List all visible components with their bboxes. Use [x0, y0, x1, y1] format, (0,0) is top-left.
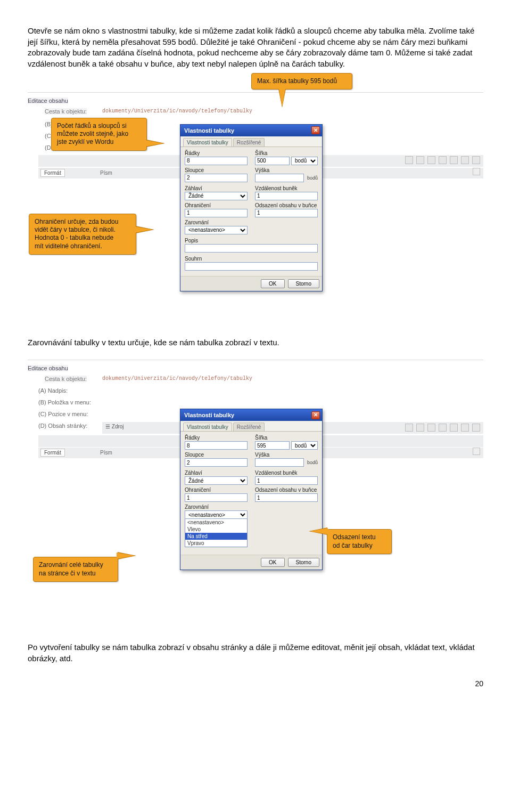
- select-zarovnani[interactable]: <nenastaveno>: [185, 226, 248, 234]
- input-sirka[interactable]: [255, 157, 290, 165]
- storno-button[interactable]: Storno: [288, 279, 319, 288]
- dialog-vlastnosti-tabulky-1: Vlastnosti tabulky ✕ Vlastnosti tabulky …: [180, 124, 323, 291]
- editor-path: dokumenty/Univerzita/ic/navody/telefony/…: [102, 108, 252, 114]
- toolbar-icon: [473, 168, 480, 175]
- tab-rozsirene-2[interactable]: Rozšířené: [233, 423, 265, 431]
- callout-align-text: Zarovnání celé tabulky na stránce či v t…: [39, 561, 103, 576]
- lbl-sloupce: Sloupce: [185, 167, 248, 173]
- callout-rowcol: Počet řádků a sloupců si můžete zvolit s…: [51, 118, 147, 151]
- close-icon[interactable]: ✕: [311, 126, 320, 134]
- input-odsazeni[interactable]: [255, 209, 318, 217]
- format-chip-2: Formát: [40, 449, 65, 457]
- editor-pathlabel-2: Cesta k objektu:: [45, 376, 87, 382]
- callout-maxwidth-text: Max. šířka tabulky 595 bodů: [257, 77, 337, 85]
- lbl-popis: Popis: [185, 238, 318, 243]
- lbl-radky: Řádky: [185, 150, 248, 156]
- toolbar-icon: [472, 424, 480, 432]
- toolbar-icon: [405, 156, 413, 164]
- toolbar-icon: [450, 156, 458, 164]
- toolbar-icon: [461, 156, 469, 164]
- intro-paragraph: Otevře se nám okno s vlastnostmi tabulky…: [28, 26, 483, 70]
- input-vyska[interactable]: [255, 174, 304, 182]
- input-souhrn[interactable]: [185, 262, 318, 271]
- toolbar-icon: [473, 448, 480, 455]
- lbl-ohraniceni: Ohraničení: [185, 202, 248, 208]
- callout-maxwidth: Max. šířka tabulky 595 bodů: [251, 73, 352, 90]
- zarov-opt-nenastaveno[interactable]: <nenastaveno>: [185, 519, 247, 526]
- input-sloupce-2[interactable]: [185, 458, 248, 467]
- zarovnani-listbox[interactable]: <nenastaveno> Vlevo Na střed Vpravo: [185, 518, 248, 547]
- zarov-opt-vlevo[interactable]: Vlevo: [185, 526, 247, 533]
- dialog-titlebar-2: Vlastnosti tabulky ✕: [180, 409, 322, 421]
- dialog-titlebar: Vlastnosti tabulky ✕: [180, 125, 322, 136]
- lbl-odsazeni: Odsazení obsahu v buňce: [255, 202, 318, 208]
- lbl-sirka: Šířka: [255, 150, 318, 156]
- input-sirka-2[interactable]: [255, 441, 290, 450]
- toolbar-icon: [427, 156, 435, 164]
- align-paragraph: Zarovnávání tabulky v textu určuje, kde …: [28, 337, 483, 348]
- storno-button-2[interactable]: Storno: [288, 558, 319, 567]
- tab-vlastnosti-2[interactable]: Vlastnosti tabulky: [183, 423, 232, 431]
- editor-title: Editace obsahu: [28, 98, 68, 104]
- callout-indent: Odsazení textu od čar tabulky: [327, 529, 392, 554]
- input-sloupce[interactable]: [185, 174, 248, 182]
- toolbar-icon: [472, 156, 480, 164]
- callout-align: Zarovnání celé tabulky na stránce či v t…: [33, 557, 118, 582]
- input-vzdalenost[interactable]: [255, 192, 318, 200]
- dialog-vlastnosti-tabulky-2: Vlastnosti tabulky ✕ Vlastnosti tabulky …: [180, 409, 323, 570]
- toolbar-icon: [450, 424, 458, 432]
- toolbar-icon: [405, 424, 413, 432]
- callout-border: Ohraničení určuje, zda budou vidět čáry …: [29, 214, 136, 255]
- tab-rozsirene[interactable]: Rozšířené: [233, 138, 265, 147]
- ok-button-2[interactable]: OK: [261, 558, 284, 567]
- toolbar-icon: [427, 424, 435, 432]
- select-zahlavi-2[interactable]: Žádné: [185, 476, 248, 485]
- dialog-title-text-2: Vlastnosti tabulky: [184, 412, 234, 418]
- page-number: 20: [28, 679, 483, 688]
- tab-vlastnosti[interactable]: Vlastnosti tabulky: [183, 138, 232, 147]
- select-zahlavi[interactable]: Žádné: [185, 192, 248, 200]
- input-vyska-2[interactable]: [255, 458, 304, 467]
- toolbar-icon: [416, 156, 424, 164]
- callout-border-text: Ohraničení určuje, zda budou vidět čáry …: [35, 218, 118, 250]
- select-zarovnani-2-closed[interactable]: <nenastaveno>: [185, 510, 248, 519]
- lbl-vzdalenost: Vzdálenost buněk: [255, 185, 318, 191]
- lbl-zarovnani: Zarovnání: [185, 220, 248, 225]
- lbl-vyska: Výška: [255, 167, 318, 173]
- lbl-zahlavi: Záhlaví: [185, 185, 248, 191]
- outro-paragraph: Po vytvoření tabulky se nám tabulka zobr…: [28, 642, 483, 664]
- dialog-title-text: Vlastnosti tabulky: [184, 127, 234, 134]
- input-ohraniceni[interactable]: [185, 209, 248, 217]
- editor-long-labels: (A) Nadpis: (B) Položka v menu: (C) Pozi…: [35, 387, 91, 434]
- callout-indent-text: Odsazení textu od čar tabulky: [333, 533, 376, 549]
- input-radky[interactable]: [185, 157, 248, 165]
- editor-path-2: dokumenty/Univerzita/ic/navody/telefony/…: [102, 376, 252, 381]
- editor-pism: Písm: [100, 170, 112, 176]
- input-popis[interactable]: [185, 244, 318, 253]
- zdroj-chip: ☰ Zdroj: [105, 424, 124, 429]
- input-vzdalenost-2[interactable]: [255, 476, 318, 485]
- figure-2: Editace obsahu Cesta k objektu: dokument…: [28, 355, 483, 632]
- toolbar-icon: [461, 424, 469, 432]
- input-odsazeni-2[interactable]: [255, 493, 318, 502]
- editor-title-2: Editace obsahu: [28, 365, 68, 371]
- ok-button[interactable]: OK: [261, 279, 284, 288]
- zarov-opt-nastred[interactable]: Na střed: [185, 533, 247, 540]
- editor-pism-2: Písm: [100, 450, 112, 456]
- close-icon[interactable]: ✕: [311, 411, 320, 419]
- callout-rowcol-text: Počet řádků a sloupců si můžete zvolit s…: [57, 122, 128, 146]
- select-sirka-units[interactable]: bodů: [291, 157, 318, 165]
- toolbar-icon: [439, 156, 447, 164]
- editor-pathlabel: Cesta k objektu:: [45, 108, 87, 115]
- unit-bodu: bodů: [307, 175, 318, 181]
- dialog-tabs: Vlastnosti tabulky Rozšířené: [180, 136, 322, 147]
- lbl-souhrn: Souhrn: [185, 256, 318, 262]
- select-sirka-units-2[interactable]: bodů: [291, 441, 318, 450]
- input-radky-2[interactable]: [185, 441, 248, 450]
- figure-1: Max. šířka tabulky 595 bodů Editace obsa…: [28, 77, 483, 328]
- toolbar-icon: [416, 424, 424, 432]
- toolbar-icon: [439, 424, 447, 432]
- input-ohraniceni-2[interactable]: [185, 493, 248, 502]
- format-chip: Formát: [40, 169, 65, 177]
- zarov-opt-vpravo[interactable]: Vpravo: [185, 540, 247, 547]
